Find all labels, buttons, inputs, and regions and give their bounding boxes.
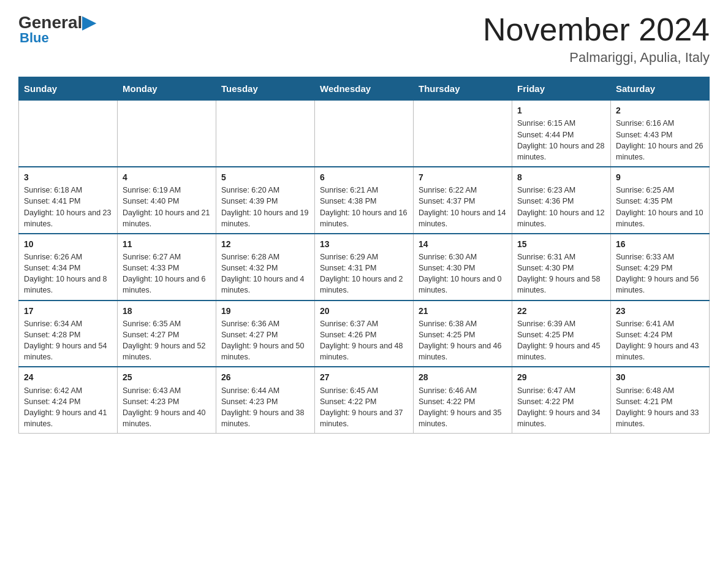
day-info: Sunrise: 6:44 AM xyxy=(221,385,309,396)
day-info: Sunset: 4:25 PM xyxy=(517,329,605,340)
day-info: Daylight: 10 hours and 23 minutes. xyxy=(24,207,112,229)
day-info: Sunset: 4:23 PM xyxy=(123,396,211,407)
table-row: 29Sunrise: 6:47 AMSunset: 4:22 PMDayligh… xyxy=(512,367,611,433)
day-info: Sunrise: 6:36 AM xyxy=(221,318,309,329)
day-info: Daylight: 10 hours and 8 minutes. xyxy=(24,274,112,296)
day-info: Daylight: 9 hours and 58 minutes. xyxy=(517,274,605,296)
day-info: Sunset: 4:28 PM xyxy=(24,329,112,340)
table-row xyxy=(19,101,118,167)
table-row: 20Sunrise: 6:37 AMSunset: 4:26 PMDayligh… xyxy=(315,301,414,367)
day-info: Sunrise: 6:48 AM xyxy=(616,385,704,396)
logo-general-blue: ▶ xyxy=(82,12,96,33)
day-number: 13 xyxy=(320,238,408,250)
day-info: Daylight: 10 hours and 6 minutes. xyxy=(123,274,211,296)
table-row: 26Sunrise: 6:44 AMSunset: 4:23 PMDayligh… xyxy=(216,367,315,433)
day-info: Sunset: 4:21 PM xyxy=(616,396,704,407)
day-info: Sunrise: 6:25 AM xyxy=(616,185,704,196)
table-row: 10Sunrise: 6:26 AMSunset: 4:34 PMDayligh… xyxy=(19,234,118,301)
table-row xyxy=(216,101,315,167)
day-info: Daylight: 9 hours and 41 minutes. xyxy=(24,407,112,429)
day-info: Sunrise: 6:47 AM xyxy=(517,385,605,396)
day-number: 8 xyxy=(517,171,605,183)
table-row: 22Sunrise: 6:39 AMSunset: 4:25 PMDayligh… xyxy=(512,301,611,367)
logo-area: General▶ Blue xyxy=(18,12,96,46)
day-info: Sunset: 4:25 PM xyxy=(419,329,507,340)
day-info: Sunrise: 6:22 AM xyxy=(419,185,507,196)
day-info: Sunset: 4:24 PM xyxy=(24,396,112,407)
day-number: 4 xyxy=(123,171,211,183)
day-info: Daylight: 9 hours and 33 minutes. xyxy=(616,407,704,429)
day-number: 7 xyxy=(419,171,507,183)
day-number: 9 xyxy=(616,171,704,183)
day-info: Daylight: 9 hours and 54 minutes. xyxy=(24,340,112,362)
day-info: Sunrise: 6:27 AM xyxy=(123,251,211,262)
day-info: Sunrise: 6:29 AM xyxy=(320,251,408,262)
day-info: Sunset: 4:38 PM xyxy=(320,196,408,207)
subtitle: Palmariggi, Apulia, Italy xyxy=(483,50,710,66)
calendar-week-row: 17Sunrise: 6:34 AMSunset: 4:28 PMDayligh… xyxy=(19,301,710,367)
day-info: Sunrise: 6:45 AM xyxy=(320,385,408,396)
day-info: Daylight: 10 hours and 12 minutes. xyxy=(517,207,605,229)
day-info: Daylight: 10 hours and 21 minutes. xyxy=(123,207,211,229)
day-number: 20 xyxy=(320,305,408,317)
day-info: Sunset: 4:43 PM xyxy=(616,129,704,140)
table-row: 27Sunrise: 6:45 AMSunset: 4:22 PMDayligh… xyxy=(315,367,414,433)
day-info: Sunrise: 6:16 AM xyxy=(616,118,704,129)
calendar-week-row: 10Sunrise: 6:26 AMSunset: 4:34 PMDayligh… xyxy=(19,234,710,301)
table-row: 23Sunrise: 6:41 AMSunset: 4:24 PMDayligh… xyxy=(611,301,710,367)
day-number: 29 xyxy=(517,371,605,383)
day-info: Sunset: 4:26 PM xyxy=(320,329,408,340)
day-info: Sunrise: 6:41 AM xyxy=(616,318,704,329)
day-info: Daylight: 10 hours and 4 minutes. xyxy=(221,274,309,296)
day-info: Sunset: 4:36 PM xyxy=(517,196,605,207)
day-info: Sunrise: 6:15 AM xyxy=(517,118,605,129)
table-row: 2Sunrise: 6:16 AMSunset: 4:43 PMDaylight… xyxy=(611,101,710,167)
table-row: 30Sunrise: 6:48 AMSunset: 4:21 PMDayligh… xyxy=(611,367,710,433)
day-number: 19 xyxy=(221,305,309,317)
day-info: Sunrise: 6:19 AM xyxy=(123,185,211,196)
table-row xyxy=(315,101,414,167)
day-info: Daylight: 9 hours and 35 minutes. xyxy=(419,407,507,429)
day-info: Sunset: 4:41 PM xyxy=(24,196,112,207)
day-number: 24 xyxy=(24,371,112,383)
calendar-week-row: 24Sunrise: 6:42 AMSunset: 4:24 PMDayligh… xyxy=(19,367,710,433)
day-info: Sunset: 4:35 PM xyxy=(616,196,704,207)
main-title: November 2024 xyxy=(483,12,710,47)
day-info: Sunrise: 6:38 AM xyxy=(419,318,507,329)
calendar-table: Sunday Monday Tuesday Wednesday Thursday… xyxy=(18,77,710,434)
col-monday: Monday xyxy=(118,77,216,101)
day-info: Daylight: 9 hours and 38 minutes. xyxy=(221,407,309,429)
day-info: Sunrise: 6:34 AM xyxy=(24,318,112,329)
day-number: 25 xyxy=(123,371,211,383)
col-sunday: Sunday xyxy=(19,77,118,101)
day-info: Daylight: 9 hours and 43 minutes. xyxy=(616,340,704,362)
day-info: Sunrise: 6:35 AM xyxy=(123,318,211,329)
title-area: November 2024 Palmariggi, Apulia, Italy xyxy=(483,12,710,66)
day-info: Sunset: 4:40 PM xyxy=(123,196,211,207)
table-row: 4Sunrise: 6:19 AMSunset: 4:40 PMDaylight… xyxy=(118,167,216,234)
day-info: Sunrise: 6:30 AM xyxy=(419,251,507,262)
table-row: 19Sunrise: 6:36 AMSunset: 4:27 PMDayligh… xyxy=(216,301,315,367)
day-info: Daylight: 10 hours and 16 minutes. xyxy=(320,207,408,229)
day-number: 18 xyxy=(123,305,211,317)
table-row: 16Sunrise: 6:33 AMSunset: 4:29 PMDayligh… xyxy=(611,234,710,301)
day-info: Daylight: 10 hours and 14 minutes. xyxy=(419,207,507,229)
day-number: 15 xyxy=(517,238,605,250)
day-number: 1 xyxy=(517,104,605,117)
day-number: 5 xyxy=(221,171,309,183)
day-number: 6 xyxy=(320,171,408,183)
calendar-week-row: 3Sunrise: 6:18 AMSunset: 4:41 PMDaylight… xyxy=(19,167,710,234)
day-info: Sunset: 4:23 PM xyxy=(221,396,309,407)
day-info: Daylight: 10 hours and 2 minutes. xyxy=(320,274,408,296)
table-row: 28Sunrise: 6:46 AMSunset: 4:22 PMDayligh… xyxy=(414,367,512,433)
day-number: 26 xyxy=(221,371,309,383)
table-row xyxy=(414,101,512,167)
day-info: Sunrise: 6:26 AM xyxy=(24,251,112,262)
day-info: Daylight: 10 hours and 28 minutes. xyxy=(517,140,605,163)
day-info: Daylight: 9 hours and 34 minutes. xyxy=(517,407,605,429)
table-row xyxy=(118,101,216,167)
day-info: Daylight: 9 hours and 56 minutes. xyxy=(616,274,704,296)
day-info: Sunset: 4:44 PM xyxy=(517,129,605,140)
table-row: 9Sunrise: 6:25 AMSunset: 4:35 PMDaylight… xyxy=(611,167,710,234)
col-friday: Friday xyxy=(512,77,611,101)
